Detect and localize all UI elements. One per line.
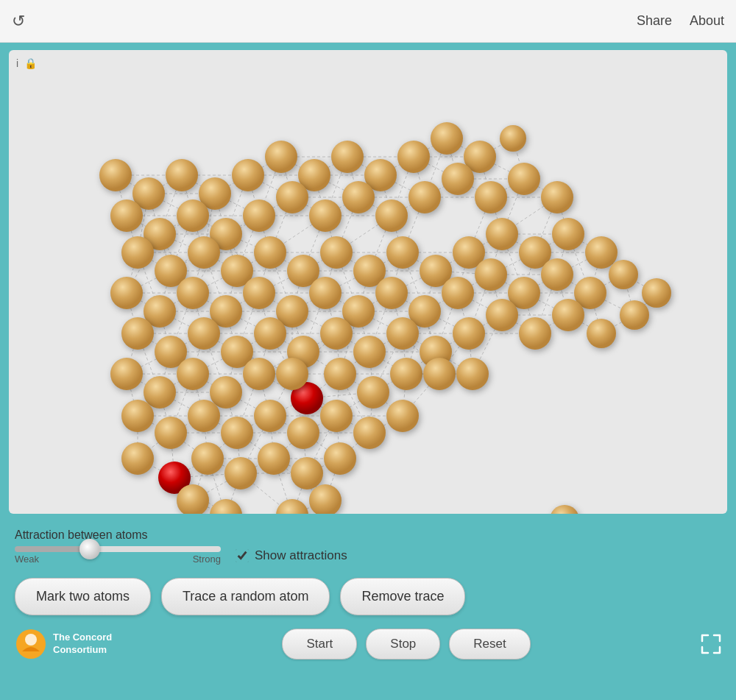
- atom[interactable]: [221, 417, 253, 449]
- atom[interactable]: [541, 181, 573, 213]
- atom[interactable]: [110, 277, 143, 309]
- trace-random-atom-button[interactable]: Trace a random atom: [161, 578, 330, 615]
- atom[interactable]: [320, 400, 353, 432]
- atom[interactable]: [99, 159, 132, 191]
- atom[interactable]: [110, 358, 143, 390]
- atom[interactable]: [276, 499, 308, 514]
- atom[interactable]: [320, 236, 353, 269]
- atom[interactable]: [188, 236, 220, 269]
- atom[interactable]: [456, 358, 489, 390]
- reload-button[interactable]: ↺: [12, 12, 25, 31]
- slider-container: Weak Strong: [15, 546, 221, 565]
- atom[interactable]: [550, 505, 579, 514]
- show-attractions-container: Show attractions: [236, 548, 347, 563]
- atom[interactable]: [642, 278, 671, 308]
- atom[interactable]: [353, 336, 386, 368]
- atom[interactable]: [585, 236, 618, 269]
- atom[interactable]: [431, 122, 463, 155]
- atom[interactable]: [500, 125, 526, 152]
- atom[interactable]: [287, 417, 319, 449]
- atom[interactable]: [177, 277, 209, 309]
- atom[interactable]: [121, 236, 154, 269]
- atom[interactable]: [386, 317, 419, 350]
- atom[interactable]: [265, 141, 297, 173]
- atom[interactable]: [309, 199, 342, 232]
- atom[interactable]: [224, 457, 257, 489]
- atom[interactable]: [552, 218, 584, 250]
- atom[interactable]: [386, 236, 419, 269]
- atom[interactable]: [188, 400, 220, 432]
- attraction-slider[interactable]: [15, 546, 221, 552]
- atom[interactable]: [309, 484, 342, 514]
- atom[interactable]: [243, 277, 275, 309]
- share-link[interactable]: Share: [637, 13, 672, 29]
- atom[interactable]: [486, 218, 518, 250]
- atom[interactable]: [541, 258, 573, 291]
- atom[interactable]: [609, 260, 638, 289]
- reset-button[interactable]: Reset: [449, 629, 530, 660]
- atom[interactable]: [357, 376, 389, 409]
- atom[interactable]: [386, 400, 419, 432]
- atom[interactable]: [121, 442, 154, 475]
- concord-logo-icon: [15, 628, 47, 660]
- atom[interactable]: [121, 317, 154, 350]
- remove-trace-button[interactable]: Remove trace: [340, 578, 465, 615]
- atom[interactable]: [188, 317, 220, 350]
- atom[interactable]: [442, 277, 474, 309]
- atom[interactable]: [375, 277, 408, 309]
- atom[interactable]: [243, 358, 275, 390]
- stop-button[interactable]: Stop: [366, 629, 440, 660]
- atom[interactable]: [254, 400, 286, 432]
- atom[interactable]: [375, 199, 408, 232]
- atom[interactable]: [191, 442, 224, 475]
- atom[interactable]: [324, 358, 356, 390]
- atom[interactable]: [423, 358, 456, 390]
- atom[interactable]: [519, 317, 551, 350]
- atom[interactable]: [620, 300, 649, 330]
- atom[interactable]: [408, 181, 441, 213]
- buttons-row: Mark two atoms Trace a random atom Remov…: [0, 572, 736, 621]
- lock-icon[interactable]: 🔒: [24, 57, 37, 69]
- atom[interactable]: [254, 317, 286, 350]
- atom[interactable]: [390, 358, 422, 390]
- atom[interactable]: [254, 236, 286, 269]
- atom[interactable]: [486, 299, 518, 331]
- atom[interactable]: [276, 358, 308, 390]
- atom[interactable]: [232, 159, 264, 191]
- atom[interactable]: [144, 376, 176, 409]
- info-icon[interactable]: i: [16, 57, 18, 69]
- atom[interactable]: [291, 457, 323, 489]
- atom[interactable]: [166, 159, 198, 191]
- atom[interactable]: [177, 358, 209, 390]
- atom[interactable]: [320, 317, 353, 350]
- about-link[interactable]: About: [690, 13, 724, 29]
- atom[interactable]: [243, 199, 275, 232]
- atom[interactable]: [276, 181, 308, 213]
- atom[interactable]: [309, 277, 342, 309]
- atom[interactable]: [353, 417, 386, 449]
- mark-two-atoms-button[interactable]: Mark two atoms: [15, 578, 151, 615]
- atom[interactable]: [397, 141, 430, 173]
- atom[interactable]: [331, 141, 364, 173]
- atom[interactable]: [110, 199, 143, 232]
- atom[interactable]: [587, 319, 616, 348]
- show-attractions-checkbox[interactable]: [236, 549, 249, 562]
- fullscreen-icon[interactable]: [701, 634, 721, 654]
- atom[interactable]: [475, 181, 507, 213]
- atom[interactable]: [442, 163, 474, 195]
- atom[interactable]: [258, 442, 290, 475]
- atom[interactable]: [155, 417, 187, 449]
- atom[interactable]: [475, 258, 507, 291]
- atom[interactable]: [324, 442, 356, 475]
- atom[interactable]: [552, 299, 584, 331]
- atom[interactable]: [210, 376, 242, 409]
- start-button[interactable]: Start: [282, 629, 357, 660]
- atom[interactable]: [508, 163, 540, 195]
- atom[interactable]: [121, 400, 154, 432]
- show-attractions-label[interactable]: Show attractions: [255, 548, 347, 563]
- atom[interactable]: [177, 199, 209, 232]
- atom[interactable]: [453, 317, 485, 350]
- atom[interactable]: [210, 499, 242, 514]
- atom-canvas[interactable]: [9, 50, 727, 514]
- atom[interactable]: [342, 181, 375, 213]
